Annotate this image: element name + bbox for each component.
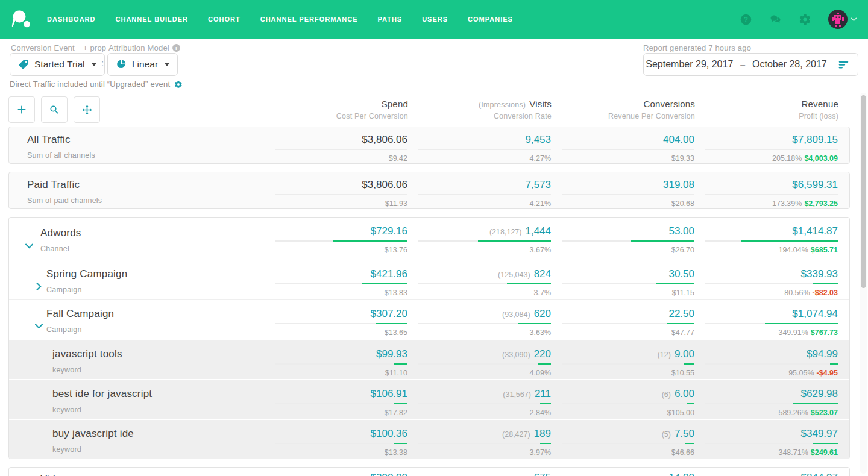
scrollbar-thumb[interactable] bbox=[861, 95, 866, 288]
table-row[interactable]: Paid Traffic Sum of paid channels $3,806… bbox=[9, 172, 849, 208]
revenue-value[interactable]: $1,074.94 bbox=[792, 308, 838, 319]
spend-value[interactable]: $390.00 bbox=[371, 472, 407, 476]
revenue-value[interactable]: $7,809.15 bbox=[792, 134, 838, 145]
nav-item-cohort[interactable]: COHORT bbox=[208, 16, 241, 23]
conversions-sub-value: $10.55 bbox=[671, 369, 694, 377]
profit-percent: 348.71% bbox=[778, 448, 808, 457]
share-bar bbox=[418, 363, 551, 365]
visits-value[interactable]: 9,453 bbox=[525, 134, 551, 145]
share-bar bbox=[418, 194, 551, 195]
table-row[interactable]: Spring Campaign Campaign $421.96 $13.83 … bbox=[9, 260, 849, 299]
share-bar bbox=[418, 149, 551, 150]
revenue-value[interactable]: $629.98 bbox=[801, 388, 838, 399]
date-start[interactable]: September 29, 2017 bbox=[646, 59, 733, 70]
share-bar bbox=[705, 149, 838, 150]
date-filter-button[interactable] bbox=[829, 54, 858, 75]
chevron-right-icon[interactable] bbox=[35, 281, 43, 286]
column-header-spend[interactable]: Spend Cost Per Conversion bbox=[265, 99, 408, 121]
conversions-subheader-label: Revenue Per Conversion bbox=[552, 112, 695, 121]
visits-value[interactable]: 189 bbox=[534, 428, 551, 439]
revenue-value[interactable]: $1,414.87 bbox=[792, 225, 838, 237]
conversions-value[interactable]: 14.00 bbox=[668, 472, 694, 476]
date-range-values[interactable]: September 29, 2017 – October 28, 2017 bbox=[644, 59, 829, 70]
conversions-value[interactable]: 404.00 bbox=[663, 134, 694, 145]
gear-icon[interactable] bbox=[799, 13, 811, 26]
table-row[interactable]: All Traffic Sum of all channels $3,806.0… bbox=[9, 127, 849, 163]
conversions-value[interactable]: 30.50 bbox=[668, 268, 694, 280]
row-name-column: Spring Campaign Campaign bbox=[9, 260, 264, 299]
spend-value[interactable]: $3,806.06 bbox=[362, 134, 407, 145]
spend-value[interactable]: $307.20 bbox=[371, 308, 407, 319]
conversion-event-dropdown[interactable]: Started Trial bbox=[10, 53, 105, 76]
conversions-value[interactable]: 6.00 bbox=[675, 388, 694, 399]
row-title: Video bbox=[40, 473, 264, 476]
table-row[interactable]: Fall Campaign Campaign $307.20 $13.65 (9… bbox=[9, 299, 849, 339]
info-icon[interactable]: i bbox=[172, 44, 180, 52]
search-button[interactable] bbox=[41, 96, 68, 123]
date-end[interactable]: October 28, 2017 bbox=[752, 59, 827, 70]
conversion-event-value: Started Trial bbox=[34, 59, 85, 70]
table-row[interactable]: buy javascript ide keyword $100.36 $13.3… bbox=[9, 419, 849, 459]
table-row[interactable]: Video $390.00 675 14.00 $844.97 bbox=[9, 468, 849, 476]
move-button[interactable] bbox=[74, 96, 100, 123]
row-name-column: best ide for javascript keyword bbox=[9, 380, 264, 419]
visits-value[interactable]: 1,444 bbox=[525, 225, 551, 237]
visits-value[interactable]: 620 bbox=[534, 308, 551, 319]
visits-sub-value: 3.63% bbox=[530, 328, 551, 337]
user-menu[interactable] bbox=[828, 10, 857, 29]
share-bar bbox=[562, 443, 694, 444]
help-icon[interactable]: ? bbox=[740, 13, 752, 26]
share-bar bbox=[418, 323, 551, 324]
revenue-value[interactable]: $349.97 bbox=[801, 428, 838, 439]
date-separator: – bbox=[740, 60, 745, 69]
profit-percent: 194.04% bbox=[778, 246, 808, 254]
nav-item-channel-performance[interactable]: CHANNEL PERFORMANCE bbox=[260, 16, 358, 23]
conversions-value[interactable]: 22.50 bbox=[668, 308, 694, 319]
conversions-value[interactable]: 53.00 bbox=[668, 225, 694, 237]
revenue-header-label: Revenue bbox=[802, 99, 838, 109]
conversions-cell: 404.00 $19.33 bbox=[551, 127, 694, 163]
visits-value[interactable]: 824 bbox=[534, 268, 551, 280]
revenue-value[interactable]: $339.93 bbox=[801, 268, 838, 280]
row-name-column: javascript tools keyword bbox=[9, 340, 264, 379]
share-bar bbox=[705, 363, 838, 365]
spend-value[interactable]: $421.96 bbox=[371, 268, 407, 280]
spend-value[interactable]: $3,806.06 bbox=[362, 179, 407, 190]
nav-item-dashboard[interactable]: DASHBOARD bbox=[47, 16, 96, 23]
nav-item-users[interactable]: USERS bbox=[422, 16, 448, 23]
visits-value[interactable]: 220 bbox=[534, 348, 551, 360]
column-header-conversions[interactable]: Conversions Revenue Per Conversion bbox=[552, 99, 695, 121]
prop-label[interactable]: + prop bbox=[83, 43, 106, 52]
attribution-model-dropdown[interactable]: Linear bbox=[107, 53, 178, 76]
conversions-value[interactable]: 319.08 bbox=[663, 179, 694, 190]
nav-item-companies[interactable]: COMPANIES bbox=[468, 16, 513, 23]
add-channel-button[interactable] bbox=[8, 96, 35, 123]
visits-value[interactable]: 7,573 bbox=[525, 179, 551, 190]
spend-value[interactable]: $729.16 bbox=[371, 225, 407, 237]
spend-value[interactable]: $99.93 bbox=[376, 348, 407, 360]
revenue-value[interactable]: $94.99 bbox=[807, 348, 838, 360]
conversions-value[interactable]: 7.50 bbox=[675, 428, 694, 439]
chevron-down-icon[interactable] bbox=[25, 240, 33, 246]
attribution-logo-icon[interactable] bbox=[11, 8, 33, 30]
chat-icon[interactable] bbox=[769, 13, 782, 26]
nav-item-paths[interactable]: PATHS bbox=[378, 16, 403, 23]
column-header-visits[interactable]: (Impressions)Visits Conversion Rate bbox=[408, 99, 552, 121]
visits-sub-value: 3.7% bbox=[534, 289, 552, 297]
table-row[interactable]: best ide for javascript keyword $106.91 … bbox=[9, 379, 849, 419]
avatar[interactable] bbox=[828, 10, 848, 29]
column-header-revenue[interactable]: Revenue Profit (loss) bbox=[695, 99, 838, 121]
visits-value[interactable]: 211 bbox=[535, 388, 551, 399]
table-row[interactable]: Adwords Channel $729.16 $13.76 (218,127)… bbox=[9, 218, 849, 260]
table-row[interactable]: javascript tools keyword $99.93 $11.10 (… bbox=[9, 339, 849, 379]
chevron-down-icon[interactable] bbox=[35, 321, 43, 326]
spend-value[interactable]: $100.36 bbox=[371, 428, 407, 439]
revenue-value[interactable]: $6,599.31 bbox=[792, 179, 838, 190]
visits-value[interactable]: 675 bbox=[534, 472, 551, 476]
visits-cell: (33,090)220 4.09% bbox=[407, 340, 551, 379]
settings-gear-icon[interactable] bbox=[174, 80, 183, 89]
nav-item-channel-builder[interactable]: CHANNEL BUILDER bbox=[116, 16, 189, 23]
conversions-value[interactable]: 9.00 bbox=[675, 348, 694, 360]
spend-value[interactable]: $106.91 bbox=[371, 388, 407, 399]
revenue-value[interactable]: $844.97 bbox=[801, 472, 838, 476]
